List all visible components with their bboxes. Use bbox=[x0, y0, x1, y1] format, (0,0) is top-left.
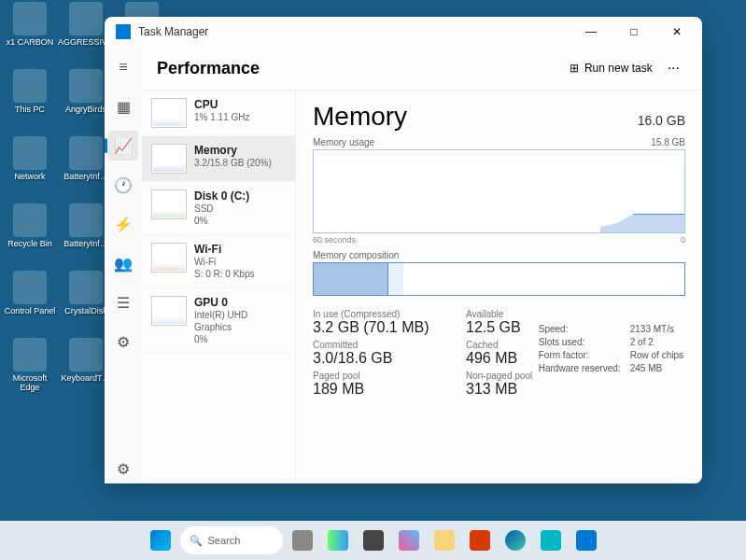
speed-label: Speed: bbox=[539, 324, 623, 334]
mini-chart bbox=[151, 296, 187, 326]
desktop-icon[interactable]: Microsoft Edge bbox=[2, 338, 58, 392]
hamburger-icon[interactable]: ≡ bbox=[108, 52, 138, 82]
perf-item-gpu-0[interactable]: GPU 0 Intel(R) UHD Graphics0% bbox=[142, 288, 295, 354]
perf-item-cpu[interactable]: CPU 1% 1.11 GHz bbox=[142, 91, 295, 136]
perf-sub: SSD0% bbox=[194, 203, 286, 227]
axis-right: 0 bbox=[681, 235, 685, 245]
detail-panel: Memory 16.0 GB Memory usage 15.8 GB 60 s… bbox=[296, 91, 702, 483]
taskbar: 🔍 Search bbox=[0, 521, 746, 560]
desktop-icon-image bbox=[13, 338, 47, 371]
desktop-icon-image bbox=[69, 136, 103, 170]
detail-title: Memory bbox=[313, 102, 638, 132]
desktop-icon[interactable]: Network bbox=[2, 136, 58, 181]
perf-name: Wi-Fi bbox=[194, 243, 286, 256]
perf-item-memory[interactable]: Memory 3.2/15.8 GB (20%) bbox=[142, 136, 295, 182]
desktop-icon[interactable]: This PC bbox=[2, 69, 58, 114]
perf-name: GPU 0 bbox=[194, 296, 286, 309]
maximize-button[interactable]: □ bbox=[612, 17, 655, 47]
form-label: Form factor: bbox=[539, 350, 623, 360]
perf-sub: 1% 1.11 GHz bbox=[194, 111, 286, 123]
run-new-task-button[interactable]: ⊞ Run new task bbox=[562, 58, 660, 78]
mini-chart bbox=[151, 243, 187, 273]
paged-label: Paged pool bbox=[313, 371, 443, 381]
mini-chart bbox=[151, 98, 187, 128]
hw-value: 245 MB bbox=[630, 363, 662, 373]
desktop-icon-label: Recycle Bin bbox=[2, 239, 58, 248]
store-button[interactable] bbox=[535, 525, 567, 556]
desktop-icon-image bbox=[69, 203, 103, 237]
composition-label: Memory composition bbox=[313, 250, 399, 260]
close-button[interactable]: ✕ bbox=[655, 17, 698, 47]
performance-icon[interactable]: 📈 bbox=[108, 131, 138, 161]
minimize-button[interactable]: — bbox=[570, 17, 612, 47]
usage-max: 15.8 GB bbox=[651, 137, 685, 147]
desktop-icon-label: This PC bbox=[2, 105, 58, 114]
desktop-icon-label: Control Panel bbox=[2, 306, 58, 315]
file-explorer-button[interactable] bbox=[429, 525, 460, 556]
task-view-button[interactable] bbox=[287, 525, 318, 556]
task-manager-icon bbox=[116, 24, 131, 39]
section-title: Performance bbox=[157, 59, 562, 78]
desktop-icon-image bbox=[69, 69, 103, 103]
edge-button[interactable] bbox=[500, 525, 531, 556]
titlebar[interactable]: Task Manager — □ ✕ bbox=[105, 17, 702, 47]
widgets-button[interactable] bbox=[322, 525, 354, 556]
mini-chart bbox=[151, 189, 187, 219]
search-label: Search bbox=[208, 535, 241, 546]
avail-label: Available bbox=[466, 309, 559, 319]
perf-item-wi-fi[interactable]: Wi-Fi Wi-FiS: 0 R: 0 Kbps bbox=[142, 235, 295, 288]
section-header: Performance ⊞ Run new task ··· bbox=[142, 47, 702, 91]
paged-value: 189 MB bbox=[313, 381, 443, 398]
processes-icon[interactable]: ▦ bbox=[108, 91, 138, 121]
inuse-label: In use (Compressed) bbox=[313, 309, 443, 319]
details-icon[interactable]: ☰ bbox=[108, 287, 138, 317]
perf-item-disk-0-c-[interactable]: Disk 0 (C:) SSD0% bbox=[142, 182, 295, 235]
desktop-icon-image bbox=[13, 2, 47, 35]
memory-usage-chart bbox=[313, 149, 685, 233]
committed-label: Committed bbox=[313, 340, 443, 350]
perf-name: Memory bbox=[194, 144, 286, 157]
taskbar-app-3[interactable] bbox=[464, 525, 496, 556]
desktop-icon-label: Microsoft Edge bbox=[2, 373, 58, 392]
memory-capacity: 16.0 GB bbox=[638, 113, 685, 128]
perf-sub: Intel(R) UHD Graphics0% bbox=[194, 309, 286, 345]
desktop-icon-image bbox=[69, 271, 103, 304]
desktop-icon-image bbox=[13, 271, 47, 304]
spec-grid: Speed:2133 MT/s Slots used:2 of 2 Form f… bbox=[539, 324, 683, 376]
app-history-icon[interactable]: 🕐 bbox=[108, 170, 138, 200]
taskbar-app-1[interactable] bbox=[358, 525, 389, 556]
task-manager-taskbar[interactable] bbox=[570, 525, 602, 556]
desktop-icon-image bbox=[13, 136, 47, 170]
performance-list: CPU 1% 1.11 GHz Memory 3.2/15.8 GB (20%)… bbox=[142, 91, 296, 483]
settings-icon[interactable]: ⚙ bbox=[108, 454, 138, 483]
startup-icon[interactable]: ⚡ bbox=[108, 209, 138, 239]
axis-left: 60 seconds bbox=[313, 235, 356, 245]
desktop-icon-label: x1 CARBON bbox=[2, 37, 58, 47]
desktop-icon-image bbox=[13, 69, 47, 103]
desktop-icon-image bbox=[69, 2, 103, 35]
users-icon[interactable]: 👥 bbox=[108, 248, 138, 278]
taskbar-app-2[interactable] bbox=[393, 525, 425, 556]
search-box[interactable]: 🔍 Search bbox=[180, 526, 283, 554]
services-icon[interactable]: ⚙ bbox=[108, 327, 138, 357]
nav-rail: ≡ ▦ 📈 🕐 ⚡ 👥 ☰ ⚙ ⚙ bbox=[105, 47, 142, 483]
more-button[interactable]: ··· bbox=[660, 56, 687, 80]
perf-sub: 3.2/15.8 GB (20%) bbox=[194, 157, 286, 169]
perf-name: Disk 0 (C:) bbox=[194, 189, 286, 203]
window-title: Task Manager bbox=[138, 25, 570, 38]
start-button[interactable] bbox=[145, 525, 176, 556]
main-area: CPU 1% 1.11 GHz Memory 3.2/15.8 GB (20%)… bbox=[142, 91, 702, 483]
task-manager-window: Task Manager — □ ✕ ≡ ▦ 📈 🕐 ⚡ 👥 ☰ ⚙ ⚙ Per… bbox=[105, 17, 702, 483]
slots-value: 2 of 2 bbox=[630, 337, 654, 347]
desktop-icon[interactable]: Recycle Bin bbox=[2, 203, 58, 248]
desktop-icon[interactable]: x1 CARBON bbox=[2, 2, 58, 47]
search-icon: 🔍 bbox=[190, 535, 203, 547]
form-value: Row of chips bbox=[630, 350, 683, 360]
task-manager-body: ≡ ▦ 📈 🕐 ⚡ 👥 ☰ ⚙ ⚙ Performance ⊞ Run new … bbox=[105, 47, 702, 483]
desktop-icon[interactable]: Control Panel bbox=[2, 271, 58, 315]
window-controls: — □ ✕ bbox=[570, 17, 698, 47]
desktop-icon-image bbox=[69, 338, 103, 371]
hw-label: Hardware reserved: bbox=[539, 363, 623, 373]
run-task-icon: ⊞ bbox=[570, 62, 579, 75]
slots-label: Slots used: bbox=[539, 337, 623, 347]
